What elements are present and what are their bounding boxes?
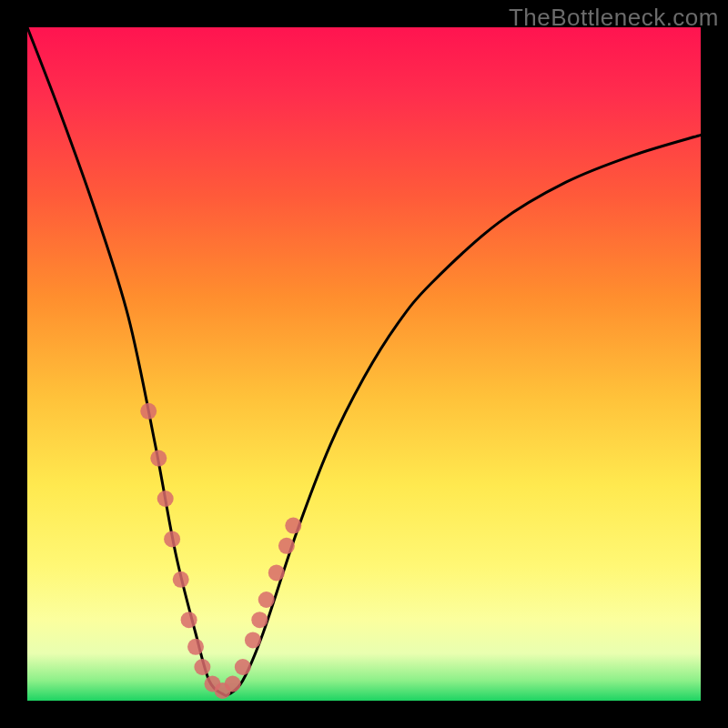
- highlight-dot: [245, 632, 261, 648]
- highlight-dot: [251, 612, 268, 628]
- highlight-dot: [157, 490, 174, 507]
- highlight-dot: [181, 612, 197, 628]
- curve-svg: [27, 27, 701, 701]
- highlight-dot: [150, 450, 167, 467]
- highlight-dot: [278, 538, 295, 554]
- highlight-dot: [285, 518, 301, 534]
- highlight-dot: [268, 564, 285, 581]
- highlight-dot: [187, 639, 204, 655]
- highlight-dot: [173, 571, 189, 588]
- highlight-dot: [235, 659, 251, 675]
- bottleneck-curve: [27, 27, 701, 695]
- chart-frame: TheBottleneck.com: [0, 0, 728, 728]
- highlight-dots-group: [140, 403, 301, 699]
- highlight-dot: [194, 659, 210, 675]
- plot-area: [27, 27, 701, 701]
- highlight-dot: [225, 676, 241, 693]
- highlight-dot: [164, 531, 180, 547]
- highlight-dot: [258, 592, 275, 608]
- highlight-dot: [140, 403, 157, 420]
